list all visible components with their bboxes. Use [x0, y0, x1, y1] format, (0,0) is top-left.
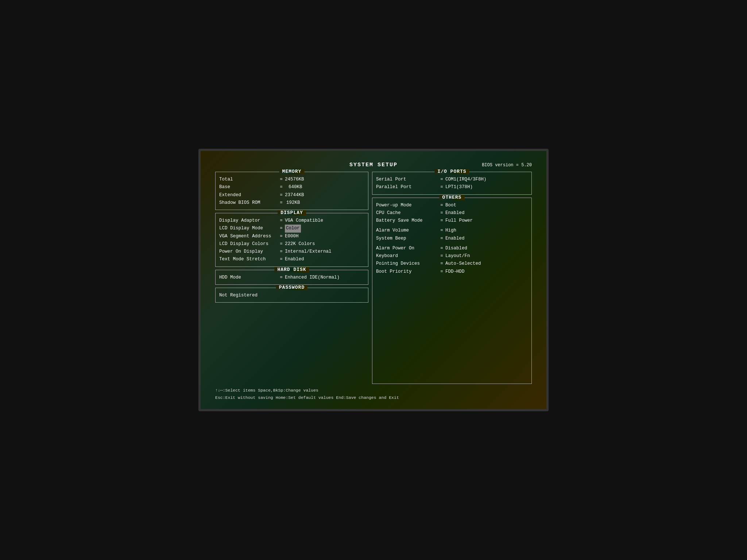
- memory-content: Total = 24576KB Base = 640KB Extended = …: [219, 176, 364, 207]
- memory-title: MEMORY: [279, 169, 305, 174]
- hard-disk-title: HARD DISK: [274, 267, 309, 272]
- alarm-volume: Alarm Volume = High: [376, 227, 528, 234]
- io-ports-title: I/O PORTS: [434, 169, 469, 174]
- bios-version: BIOS version = 5.20: [426, 163, 532, 168]
- screen-title: SYSTEM SETUP: [321, 162, 426, 168]
- vga-segment: VGA Segment Address = E000H: [219, 233, 364, 240]
- parallel-port: Parallel Port = LPT1(378H): [376, 183, 528, 191]
- others-title: OTHERS: [440, 195, 465, 200]
- display-adaptor: Display Adaptor = VGA Compatible: [219, 217, 364, 225]
- memory-base: Base = 640KB: [219, 183, 364, 191]
- memory-panel: MEMORY Total = 24576KB Base = 640KB Exte…: [215, 172, 368, 210]
- power-on-display: Power On Display = Internal/External: [219, 248, 364, 256]
- serial-port: Serial Port = COM1(IRQ4/3F8H): [376, 176, 528, 183]
- others-content: Power-up Mode = Boot CPU Cache = Enabled…: [376, 202, 528, 276]
- alarm-power-on: Alarm Power On = Disabled: [376, 245, 528, 252]
- main-content: MEMORY Total = 24576KB Base = 640KB Exte…: [215, 172, 532, 384]
- display-content: Display Adaptor = VGA Compatible LCD Dis…: [219, 217, 364, 264]
- hard-disk-content: HDD Mode = Enhanced IDE(Normal): [219, 274, 364, 281]
- hdd-mode: HDD Mode = Enhanced IDE(Normal): [219, 274, 364, 281]
- memory-shadow-bios: Shadow BIOS ROM = 192KB: [219, 199, 364, 207]
- password-title: PASSWORD: [276, 285, 307, 290]
- display-panel: DISPLAY Display Adaptor = VGA Compatible…: [215, 213, 368, 267]
- right-column: I/O PORTS Serial Port = COM1(IRQ4/3F8H) …: [372, 172, 532, 384]
- status-line2: Esc:Exit without saving Home:Set default…: [215, 394, 532, 402]
- lcd-colors: LCD Display Colors = 222K Colors: [219, 240, 364, 248]
- password-content: Not Registered: [219, 292, 364, 299]
- io-ports-panel: I/O PORTS Serial Port = COM1(IRQ4/3F8H) …: [372, 172, 532, 195]
- bios-screen: SYSTEM SETUP BIOS version = 5.20 MEMORY …: [198, 149, 549, 411]
- system-beep: System Beep = Enabled: [376, 235, 528, 242]
- password-panel: PASSWORD Not Registered: [215, 288, 368, 303]
- text-mode-stretch: Text Mode Stretch = Enabled: [219, 256, 364, 263]
- lcd-display-mode[interactable]: LCD Display Mode = Color: [219, 225, 364, 232]
- memory-extended: Extended = 23744KB: [219, 191, 364, 199]
- status-line1: ↑↓↔:Select items Space,BkSp:Change value…: [215, 387, 532, 394]
- pointing-devices: Pointing Devices = Auto-Selected: [376, 260, 528, 268]
- battery-save-mode: Battery Save Mode = Full Power: [376, 217, 528, 225]
- io-ports-content: Serial Port = COM1(IRQ4/3F8H) Parallel P…: [376, 176, 528, 191]
- password-value: Not Registered: [219, 292, 364, 299]
- status-bar: ↑↓↔:Select items Space,BkSp:Change value…: [215, 387, 532, 402]
- left-column: MEMORY Total = 24576KB Base = 640KB Exte…: [215, 172, 368, 384]
- display-title: DISPLAY: [278, 210, 306, 215]
- boot-priority: Boot Priority = FDD→HDD: [376, 268, 528, 276]
- memory-total: Total = 24576KB: [219, 176, 364, 183]
- title-bar: SYSTEM SETUP BIOS version = 5.20: [215, 162, 532, 168]
- cpu-cache: CPU Cache = Enabled: [376, 209, 528, 217]
- hard-disk-panel: HARD DISK HDD Mode = Enhanced IDE(Normal…: [215, 270, 368, 285]
- power-up-mode: Power-up Mode = Boot: [376, 202, 528, 209]
- others-panel: OTHERS Power-up Mode = Boot CPU Cache = …: [372, 198, 532, 384]
- keyboard: Keyboard = Layout/Fn: [376, 252, 528, 260]
